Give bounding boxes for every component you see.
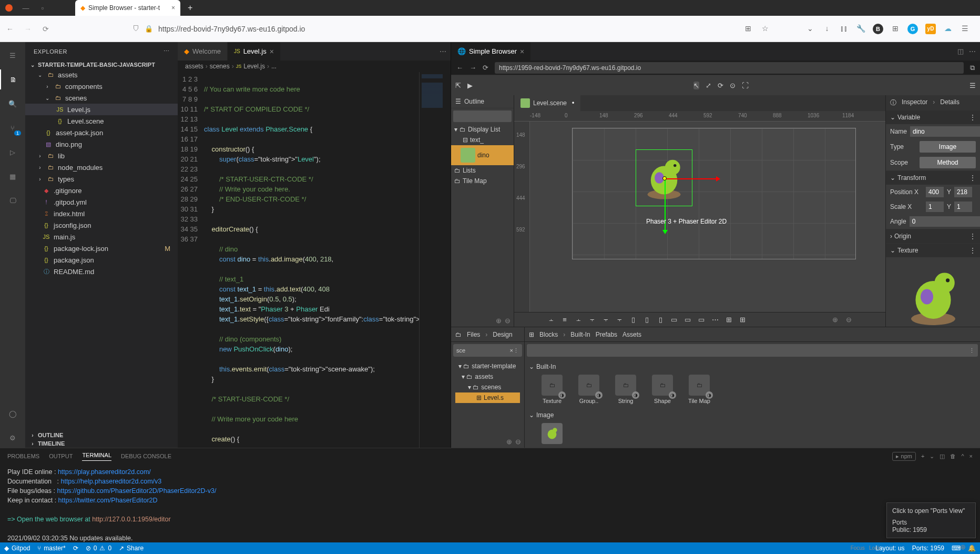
folder-scenes[interactable]: ⌄🗀scenes — [25, 92, 178, 104]
status-feedback-icon[interactable]: ⌨ — [952, 545, 961, 552]
sidebar-more-icon[interactable]: ⋯ — [164, 48, 170, 55]
search-menu-icon[interactable]: ⋮ — [513, 347, 519, 354]
outline-text-item[interactable]: ⊟text_ — [451, 135, 514, 145]
outline-dino-item[interactable]: dino — [451, 145, 514, 165]
tool-resize-icon[interactable]: ⛶ — [742, 82, 749, 89]
scene-text-label[interactable]: Phaser 3 + Phaser Editor 2D — [646, 218, 727, 225]
pos-x-input[interactable] — [926, 187, 944, 197]
close-panel-icon[interactable]: × — [969, 453, 973, 459]
section-origin[interactable]: ›Origin⋮ — [886, 229, 980, 243]
sb-back-icon[interactable]: ← — [456, 64, 463, 72]
split-editor-icon[interactable]: ◫ — [957, 47, 964, 55]
align-bottom-icon[interactable]: ⫟ — [614, 315, 625, 325]
status-share[interactable]: ↗ Share — [119, 545, 144, 552]
details-tab[interactable]: Details — [940, 98, 959, 107]
section-menu-icon[interactable]: ⋮ — [969, 174, 976, 182]
terminal-output[interactable]: Play IDE online : https://play.phaseredi… — [0, 464, 980, 542]
zoom-in-icon[interactable]: ⊕ — [830, 315, 840, 325]
outline-lists[interactable]: 🗀Lists — [451, 165, 514, 176]
project-section-header[interactable]: ⌄STARTER-TEMPLATE-BASIC-JAVASCRIPT — [25, 61, 178, 69]
folder-lib[interactable]: ›🗀lib — [25, 150, 178, 162]
cat-image[interactable]: ⌄Image — [529, 409, 976, 421]
align-top-icon[interactable]: ⫟ — [587, 315, 597, 325]
status-errors[interactable]: ⊘ 0 ⚠ 0 — [86, 545, 111, 552]
files-tree-root[interactable]: ▾ 🗀 starter-template — [455, 361, 520, 371]
file-readme[interactable]: ⓘREADME.md — [25, 266, 178, 277]
border-l-icon[interactable]: ▯ — [628, 315, 638, 325]
dino-selection[interactable] — [636, 149, 692, 206]
outline-collapse-icon[interactable]: ⊖ — [505, 317, 511, 325]
row-icon[interactable]: ▭ — [669, 315, 679, 325]
card-tilemap[interactable]: 🗀◑Tile Map — [683, 375, 715, 404]
section-variable[interactable]: ⌄Variable⋮ — [886, 110, 980, 124]
terminal-shell-label[interactable]: ▸ npm — [892, 452, 915, 461]
hamburger-icon[interactable]: ☰ — [960, 24, 969, 33]
file-asset-pack[interactable]: {}asset-pack.json — [25, 127, 178, 138]
files-expand-icon[interactable]: ⊕ — [506, 438, 512, 446]
new-tab-button[interactable]: + — [188, 3, 192, 13]
scene-canvas[interactable]: Phaser 3 + Phaser Editor 2D — [530, 122, 885, 312]
search-activity-icon[interactable]: 🔍 — [0, 94, 25, 114]
builtin-tab[interactable]: Built-In — [570, 331, 590, 338]
prefabs-tab[interactable]: Prefabs — [596, 331, 617, 338]
inspector-tab[interactable]: Inspector — [902, 98, 927, 107]
terminal-tab[interactable]: TERMINAL — [82, 452, 111, 461]
pe-play-button[interactable]: ▶ — [467, 82, 473, 89]
folder-assets[interactable]: ⌄🗀assets — [25, 69, 178, 80]
ext-b-icon[interactable]: B — [873, 24, 883, 34]
section-menu-icon[interactable]: ⋮ — [969, 247, 976, 254]
align-right-icon[interactable]: ⫠ — [573, 315, 584, 325]
gizmo-x-axis[interactable] — [665, 178, 717, 179]
status-sync[interactable]: ⟳ — [73, 545, 78, 552]
file-level-js[interactable]: JSLevel.js — [25, 104, 178, 115]
assets-tab[interactable]: Assets — [622, 331, 641, 338]
scale-x-input[interactable] — [926, 202, 944, 212]
minimap[interactable] — [419, 72, 451, 448]
sb-forward-icon[interactable]: → — [469, 64, 476, 72]
card-string[interactable]: 🗀◑String — [610, 375, 641, 404]
type-dropdown[interactable]: Image — [920, 141, 976, 153]
tool-scale-icon[interactable]: ⤢ — [706, 82, 711, 89]
os-maximize-button[interactable]: ▫ — [39, 4, 46, 12]
files-collapse-icon[interactable]: ⊖ — [515, 438, 521, 446]
blocks-search[interactable]: ⋮ — [527, 344, 978, 357]
folder-components[interactable]: ›🗀components — [25, 80, 178, 92]
remote-icon[interactable]: 🖵 — [0, 190, 25, 210]
pos-y-input[interactable] — [954, 187, 972, 197]
sb-reload-icon[interactable]: ⟳ — [483, 64, 488, 72]
file-level-scene[interactable]: {}Level.scene — [25, 115, 178, 127]
zoom-out-icon[interactable]: ⊖ — [843, 315, 854, 325]
align-middle-icon[interactable]: ⫟ — [600, 315, 611, 325]
os-close-button[interactable] — [5, 4, 13, 12]
ext-y-icon[interactable]: yD — [925, 24, 936, 34]
back-button[interactable]: ← — [5, 25, 15, 33]
file-main-js[interactable]: JSmain.js — [25, 231, 178, 243]
ports-notification[interactable]: Click to open "Ports View" Ports Public:… — [886, 502, 976, 538]
name-input[interactable] — [910, 126, 980, 137]
editor-more-icon[interactable]: ⋯ — [969, 47, 976, 55]
url-bar[interactable]: ⛉ 🔒 https://red-bovid-7ny9dy67.ws-eu16.g… — [59, 25, 735, 33]
ext-g-icon[interactable]: G — [907, 24, 918, 34]
card-group[interactable]: 🗀◑Group.. — [573, 375, 605, 404]
status-ports[interactable]: Ports: 1959 — [912, 545, 944, 552]
tab-level-js[interactable]: JSLevel.js× — [228, 42, 281, 61]
outline-search[interactable] — [453, 110, 512, 122]
grid4-icon[interactable]: ⊞ — [737, 315, 748, 325]
border-c-icon[interactable]: ▯ — [641, 315, 652, 325]
file-gitpod-yml[interactable]: !.gitpod.yml — [25, 196, 178, 208]
card-shape[interactable]: 🗀◑Shape — [647, 375, 678, 404]
folder-types[interactable]: ›🗀types — [25, 173, 178, 185]
section-texture[interactable]: ⌄Texture⋮ — [886, 244, 980, 257]
files-tree-scenes[interactable]: ▾ 🗀 scenes — [455, 382, 520, 392]
gizmo-origin[interactable] — [662, 176, 667, 180]
align-left-icon[interactable]: ⫠ — [546, 315, 556, 325]
card-texture[interactable]: 🗀◑Texture — [536, 375, 568, 404]
problems-tab[interactable]: PROBLEMS — [7, 453, 39, 459]
files-tab[interactable]: Files — [467, 331, 480, 338]
forward-button[interactable]: → — [23, 25, 33, 33]
scale-y-input[interactable] — [954, 202, 972, 212]
extensions-icon[interactable]: ▦ — [0, 166, 25, 186]
card-dino-image[interactable] — [536, 423, 568, 446]
file-dino-png[interactable]: ▧dino.png — [25, 138, 178, 150]
debug-icon[interactable]: ▷ — [0, 142, 25, 162]
